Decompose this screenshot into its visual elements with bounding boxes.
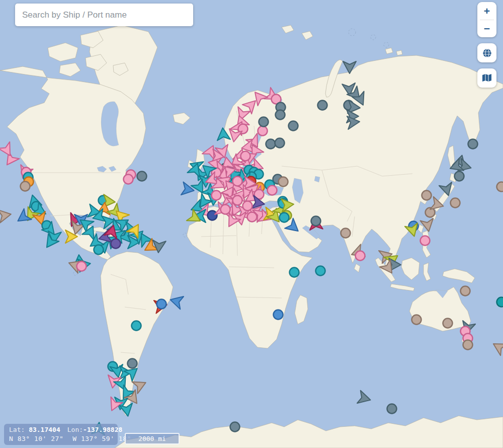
port-marker[interactable] bbox=[132, 321, 141, 331]
port-marker[interactable] bbox=[230, 422, 240, 432]
port-marker[interactable] bbox=[289, 121, 298, 131]
world-map[interactable] bbox=[0, 0, 503, 448]
scale-bar: 2000 mi bbox=[125, 433, 180, 444]
port-marker[interactable] bbox=[455, 172, 464, 181]
port-marker[interactable] bbox=[497, 297, 503, 307]
zoom-control: + − bbox=[477, 2, 496, 37]
port-marker[interactable] bbox=[341, 229, 351, 238]
map-stage: + − Lat: 83.17404Lon:-137.98828 N 83° 10… bbox=[0, 0, 503, 448]
port-marker[interactable] bbox=[311, 216, 321, 226]
lat-label: Lat: bbox=[9, 426, 25, 433]
port-marker[interactable] bbox=[212, 191, 221, 200]
port-marker[interactable] bbox=[21, 182, 30, 191]
port-marker[interactable] bbox=[111, 239, 121, 249]
lon-value: -137.98828 bbox=[83, 426, 122, 433]
globe-view-button[interactable] bbox=[477, 43, 496, 62]
coordinates-decimal: Lat: 83.17404Lon:-137.98828 bbox=[9, 425, 113, 434]
port-marker[interactable] bbox=[247, 212, 257, 222]
port-marker[interactable] bbox=[316, 266, 325, 276]
port-marker[interactable] bbox=[274, 310, 283, 320]
port-marker[interactable] bbox=[259, 117, 269, 127]
port-marker[interactable] bbox=[451, 198, 460, 208]
port-marker[interactable] bbox=[258, 126, 268, 136]
globe-icon bbox=[482, 48, 492, 58]
port-marker[interactable] bbox=[463, 340, 473, 350]
port-marker[interactable] bbox=[241, 152, 250, 161]
port-marker[interactable] bbox=[461, 286, 470, 296]
port-marker[interactable] bbox=[276, 110, 285, 120]
port-marker[interactable] bbox=[221, 205, 230, 214]
folded-map-icon bbox=[481, 73, 492, 83]
port-marker[interactable] bbox=[243, 201, 253, 211]
port-marker[interactable] bbox=[128, 359, 137, 368]
port-marker[interactable] bbox=[290, 268, 299, 277]
port-marker[interactable] bbox=[497, 182, 503, 192]
port-marker[interactable] bbox=[233, 177, 242, 186]
search-box[interactable] bbox=[15, 4, 193, 26]
port-marker[interactable] bbox=[77, 262, 87, 271]
port-marker[interactable] bbox=[443, 319, 453, 328]
port-marker[interactable] bbox=[208, 211, 217, 220]
port-marker[interactable] bbox=[124, 175, 133, 184]
port-marker[interactable] bbox=[268, 186, 277, 195]
scale-label: 2000 mi bbox=[138, 435, 166, 442]
coordinates-dms: N 83° 10' 27"W 137° 59' 18" bbox=[9, 434, 113, 443]
port-marker[interactable] bbox=[318, 101, 327, 110]
port-marker[interactable] bbox=[468, 139, 478, 149]
port-marker[interactable] bbox=[266, 139, 276, 149]
zoom-in-button[interactable]: + bbox=[477, 2, 496, 20]
port-marker[interactable] bbox=[157, 300, 166, 309]
port-marker[interactable] bbox=[422, 191, 432, 200]
port-marker[interactable] bbox=[275, 138, 285, 148]
port-marker[interactable] bbox=[412, 315, 422, 325]
map-style-button[interactable] bbox=[477, 68, 496, 88]
lat-value: 83.17404 bbox=[29, 426, 60, 433]
search-input[interactable] bbox=[22, 10, 186, 20]
coordinates-panel: Lat: 83.17404Lon:-137.98828 N 83° 10' 27… bbox=[4, 424, 118, 445]
dms-lat: N 83° 10' 27" bbox=[9, 435, 63, 442]
port-marker[interactable] bbox=[279, 177, 288, 187]
port-marker[interactable] bbox=[137, 172, 147, 181]
dms-lon: W 137° 59' 18" bbox=[72, 435, 131, 442]
port-marker[interactable] bbox=[94, 245, 104, 255]
zoom-out-button[interactable]: − bbox=[477, 20, 496, 38]
lon-label: Lon: bbox=[67, 426, 83, 433]
port-marker[interactable] bbox=[280, 213, 289, 222]
port-marker[interactable] bbox=[387, 404, 397, 414]
port-marker[interactable] bbox=[356, 251, 365, 261]
port-marker[interactable] bbox=[421, 236, 430, 246]
